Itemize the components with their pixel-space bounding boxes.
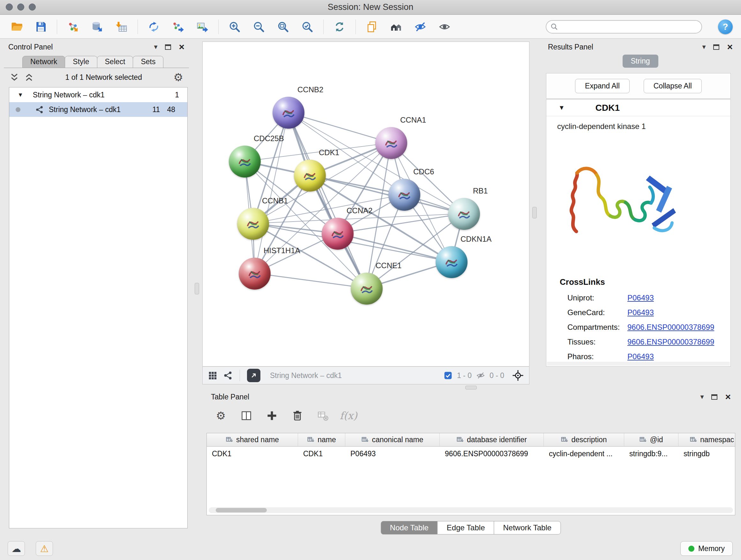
crosslink-value-link[interactable]: P06493 [627, 308, 654, 317]
column-header-description[interactable]: description [544, 433, 624, 446]
import-network-from-database-button[interactable] [89, 18, 106, 35]
network-row-selected[interactable]: String Network – cdk1 11 48 [9, 102, 187, 117]
panel-close-icon[interactable]: × [727, 42, 733, 52]
tab-network-table[interactable]: Network Table [494, 521, 561, 535]
tab-select[interactable]: Select [97, 56, 133, 68]
network-node-cdc6[interactable] [388, 179, 420, 211]
expander-icon[interactable]: ▼ [17, 91, 23, 98]
table-row[interactable]: CDK1CDK1P064939606.ENSP00000378699cyclin… [207, 447, 735, 461]
home-button[interactable] [388, 18, 404, 35]
collapse-all-networks-icon[interactable] [10, 72, 19, 82]
window-minimize-button[interactable] [17, 3, 24, 10]
expand-all-button[interactable]: Expand All [575, 79, 630, 93]
horizontal-scrollbar[interactable] [209, 507, 733, 513]
collapse-all-button[interactable]: Collapse All [644, 79, 702, 93]
column-header-database-identifier[interactable]: database identifier [440, 433, 544, 446]
import-network-from-file-button[interactable] [65, 18, 81, 35]
import-table-button[interactable] [113, 18, 130, 35]
search-input[interactable] [546, 20, 702, 34]
tab-sets[interactable]: Sets [133, 56, 163, 68]
cloud-status-button[interactable]: ☁ [8, 541, 25, 556]
cell-namespac[interactable]: stringdb [678, 447, 735, 461]
cell-description[interactable]: cyclin-dependent ... [544, 447, 624, 461]
column-header-canonical-name[interactable]: canonical name [345, 433, 440, 446]
tab-style[interactable]: Style [65, 56, 97, 68]
network-node-hist1h1a[interactable] [239, 258, 271, 290]
splitter-handle[interactable] [465, 386, 477, 389]
network-overview-button[interactable] [223, 371, 232, 380]
panel-float-icon[interactable] [165, 44, 171, 50]
network-node-ccna1[interactable] [375, 127, 407, 159]
tab-network[interactable]: Network [22, 56, 65, 68]
crosshair-icon[interactable] [512, 369, 524, 381]
network-node-ccne1[interactable] [351, 273, 383, 305]
network-collection-row[interactable]: ▼ String Network – cdk1 1 [9, 87, 187, 102]
network-canvas[interactable]: CCNB2CCNA1CDC25BCDK1CDC6RB1CCNB1CCNA2CDK… [202, 42, 529, 367]
node-details-header[interactable]: ▼ CDK1 [546, 100, 731, 116]
network-node-cdc25b[interactable] [229, 145, 261, 178]
crosslink-value-link[interactable]: P06493 [627, 294, 654, 302]
scrollbar-thumb[interactable] [216, 508, 267, 512]
column-header-name[interactable]: name [298, 433, 345, 446]
delete-column-button[interactable] [290, 408, 305, 423]
cell-canonical-name[interactable]: P06493 [345, 447, 440, 461]
panel-menu-icon[interactable]: ▾ [702, 44, 705, 51]
cell--id[interactable]: stringdb:9... [624, 447, 678, 461]
open-session-button[interactable] [8, 18, 25, 35]
zoom-in-button[interactable] [226, 18, 243, 35]
copy-button[interactable] [363, 18, 380, 35]
column-header-shared-name[interactable]: shared name [207, 433, 298, 446]
column-header--id[interactable]: @id [624, 433, 678, 446]
tab-string[interactable]: String [622, 55, 658, 68]
refresh-view-button[interactable] [331, 18, 348, 35]
zoom-out-button[interactable] [251, 18, 267, 35]
show-columns-button[interactable] [239, 408, 254, 423]
show-all-button[interactable] [436, 18, 453, 35]
panel-float-icon[interactable] [711, 394, 718, 400]
table-settings-button[interactable]: ⚙ [213, 408, 228, 423]
panel-close-icon[interactable]: × [725, 392, 731, 401]
network-node-ccnb1[interactable] [237, 208, 269, 240]
hide-selected-button[interactable] [412, 18, 428, 35]
window-close-button[interactable] [6, 3, 13, 10]
selected-checkbox-icon[interactable] [444, 371, 453, 380]
cell-name[interactable]: CDK1 [298, 447, 345, 461]
memory-button[interactable]: Memory [680, 541, 733, 556]
network-node-ccna2[interactable] [322, 218, 354, 250]
birds-eye-view-button[interactable] [208, 371, 217, 380]
export-network-button[interactable] [170, 18, 186, 35]
zoom-fit-button[interactable] [275, 18, 291, 35]
function-builder-button[interactable]: f(x) [341, 408, 356, 423]
column-header-namespac[interactable]: namespac [678, 433, 735, 446]
splitter-handle[interactable] [195, 283, 199, 294]
save-session-button[interactable] [32, 18, 49, 35]
network-node-rb1[interactable] [448, 198, 480, 230]
cell-database-identifier[interactable]: 9606.ENSP00000378699 [440, 447, 544, 461]
cell-shared-name[interactable]: CDK1 [207, 447, 298, 461]
zoom-selected-button[interactable] [299, 18, 316, 35]
results-scrollbar[interactable] [547, 362, 730, 366]
network-node-cdk1[interactable] [294, 160, 326, 192]
panel-float-icon[interactable] [713, 44, 719, 50]
merge-networks-button[interactable] [145, 18, 162, 35]
crosslink-value-link[interactable]: 9606.ENSP00000378699 [627, 323, 714, 332]
warnings-button[interactable]: ⚠ [36, 541, 53, 556]
collapse-entry-icon[interactable]: ▼ [558, 104, 565, 111]
create-column-button[interactable] [265, 408, 279, 423]
tab-node-table[interactable]: Node Table [381, 521, 438, 535]
export-image-button[interactable] [194, 18, 211, 35]
expand-all-networks-icon[interactable] [24, 72, 34, 82]
crosslink-value-link[interactable]: P06493 [627, 352, 654, 361]
tab-edge-table[interactable]: Edge Table [437, 521, 494, 535]
crosslink-value-link[interactable]: 9606.ENSP00000378699 [627, 337, 714, 347]
help-button[interactable]: ? [718, 19, 733, 34]
window-zoom-button[interactable] [29, 3, 36, 10]
hidden-eye-icon[interactable] [476, 371, 485, 380]
panel-menu-icon[interactable]: ▾ [154, 44, 157, 51]
panel-close-icon[interactable]: × [179, 42, 185, 52]
network-node-cdkn1a[interactable] [435, 246, 468, 278]
gear-icon[interactable]: ⚙ [174, 72, 183, 83]
splitter-handle[interactable] [532, 207, 537, 219]
network-node-ccnb2[interactable] [273, 97, 305, 129]
delete-table-button[interactable] [316, 408, 330, 423]
